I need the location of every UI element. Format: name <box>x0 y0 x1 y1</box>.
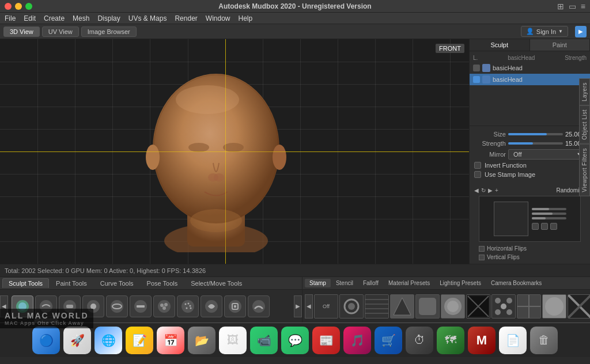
signin-button[interactable]: 👤 Sign In ▼ <box>521 26 568 37</box>
size-slider[interactable] <box>508 133 563 135</box>
stamp-slider-2[interactable] <box>532 213 566 215</box>
dock-notes[interactable]: 📝 <box>126 327 153 354</box>
dock-calendar[interactable]: 📅 <box>157 327 184 354</box>
stamp-thumb-8[interactable] <box>517 294 541 318</box>
maximize-button[interactable] <box>25 3 32 10</box>
stamp-tab-material[interactable]: Material Presets <box>384 279 434 287</box>
stamp-thumb-6[interactable] <box>466 294 490 318</box>
horizontal-flip-checkbox[interactable] <box>479 246 485 252</box>
tab-image-browser[interactable]: Image Browser <box>81 26 137 37</box>
stamp-thumb-4[interactable] <box>415 294 440 318</box>
vertical-tab-viewport-filters[interactable]: Viewport Filters <box>579 144 590 196</box>
menu-item-edit[interactable]: Edit <box>24 14 36 22</box>
mirror-dropdown[interactable]: Off X Y Z <box>508 149 585 160</box>
menu-item-create[interactable]: Create <box>44 14 65 22</box>
menu-item-help[interactable]: Help <box>239 14 253 22</box>
tool-btn-spray[interactable] <box>177 295 199 317</box>
menu-item-file[interactable]: File <box>5 14 16 22</box>
stamp-thumb-5[interactable] <box>441 294 465 318</box>
tab-uv-view[interactable]: UV View <box>42 26 79 37</box>
stamp-ctrl-2[interactable] <box>541 223 548 230</box>
stamp-prev-icon[interactable]: ◀ <box>474 187 479 194</box>
tools-scroll-right[interactable]: ▶ <box>294 295 302 317</box>
layer-visibility-2[interactable] <box>473 76 480 83</box>
tab-sculpt[interactable]: Sculpt <box>470 39 530 51</box>
stamp-thumb-off[interactable]: Off <box>314 294 338 318</box>
dock-facetime[interactable]: 📹 <box>250 327 278 354</box>
menu-item-display[interactable]: Display <box>97 14 120 22</box>
dock-pages[interactable]: 📄 <box>499 327 527 354</box>
camera-icon[interactable]: ▶ <box>575 26 587 37</box>
horizontal-flip-label: Horizontal Flips <box>487 245 527 252</box>
tab-3d-view[interactable]: 3D View <box>3 26 40 37</box>
stamp-tab-falloff[interactable]: Falloff <box>358 279 383 287</box>
menu-item-window[interactable]: Window <box>206 14 230 22</box>
stamp-thumb-2[interactable] <box>365 294 389 318</box>
stamp-tab-camera[interactable]: Camera Bookmarks <box>486 279 546 287</box>
tool-btn-foamy[interactable] <box>153 295 175 317</box>
tool-btn-wax[interactable] <box>248 295 270 317</box>
tool-btn-imprint[interactable] <box>224 295 246 317</box>
vertical-flip-checkbox[interactable] <box>479 255 485 260</box>
dock-messages[interactable]: 💬 <box>281 327 309 354</box>
dock-screentime[interactable]: ⏱ <box>406 327 433 354</box>
dock-photos[interactable]: 🖼 <box>219 327 247 354</box>
stamp-thumb-10[interactable] <box>568 294 590 318</box>
sculpt-tab-curve[interactable]: Curve Tools <box>94 278 140 288</box>
menu-item-mesh[interactable]: Mesh <box>73 14 89 22</box>
close-button[interactable] <box>5 3 12 10</box>
layer-row-2[interactable]: basicHead <box>470 74 590 85</box>
stamp-slider-1[interactable] <box>532 208 566 210</box>
layer-name-2: basicHead <box>493 76 587 83</box>
sculpt-tab-pose[interactable]: Pose Tools <box>141 278 184 288</box>
stamp-plus-icon[interactable]: + <box>495 187 498 194</box>
tool-btn-repeat[interactable] <box>201 295 222 317</box>
mirror-label: Mirror <box>474 151 506 158</box>
invert-checkbox[interactable] <box>474 162 481 169</box>
stamp-scroll-left[interactable]: ◀ <box>305 294 313 318</box>
strength-slider[interactable] <box>508 142 563 145</box>
svg-point-24 <box>160 304 164 307</box>
dock-maps[interactable]: 🗺 <box>437 327 464 354</box>
stamp-ctrl-3[interactable] <box>550 223 557 230</box>
tool-btn-pinch[interactable] <box>106 295 128 317</box>
tool-btn-flatten[interactable] <box>130 295 152 317</box>
vertical-tab-layers[interactable]: Layers <box>579 78 590 105</box>
stamp-thumb-3[interactable] <box>390 294 414 318</box>
sculpt-tab-select[interactable]: Select/Move Tools <box>184 278 248 288</box>
dock-mudbox[interactable]: M <box>468 327 496 354</box>
stamp-thumb-1[interactable] <box>339 294 364 318</box>
invert-control: Invert Function <box>474 162 585 169</box>
stamp-tab-lighting[interactable]: Lighting Presets <box>435 279 486 287</box>
dock-music[interactable]: 🎵 <box>343 327 371 354</box>
tab-paint[interactable]: Paint <box>530 39 591 51</box>
stamp-thumb-9[interactable] <box>542 294 566 318</box>
stamp-tab-stamp[interactable]: Stamp <box>305 279 331 287</box>
viewport-3d[interactable]: FRONT <box>0 39 469 264</box>
svg-rect-41 <box>365 295 388 318</box>
stamp-slider-3[interactable] <box>532 217 566 219</box>
dock-trash[interactable]: 🗑 <box>530 327 558 354</box>
stamp-label: Use Stamp Image <box>485 171 535 178</box>
menu-item-uvs[interactable]: UVs & Maps <box>128 14 167 22</box>
menu-item-render[interactable]: Render <box>175 14 197 22</box>
dock-finder[interactable]: 🔵 <box>32 327 60 354</box>
dock-appstore[interactable]: 🛒 <box>375 327 402 354</box>
sculpt-tab-sculpt[interactable]: Sculpt Tools <box>2 278 49 288</box>
titlebar: Autodesk Mudbox 2020 - Unregistered Vers… <box>0 0 590 13</box>
stamp-thumb-7[interactable] <box>491 294 516 318</box>
sculpt-tab-paint[interactable]: Paint Tools <box>50 278 93 288</box>
dock-files[interactable]: 📂 <box>188 327 215 354</box>
dock-browser[interactable]: 🌐 <box>94 327 122 354</box>
stamp-checkbox[interactable] <box>474 171 481 178</box>
dock-news[interactable]: 📰 <box>312 327 340 354</box>
dock-launchpad[interactable]: 🚀 <box>63 327 91 354</box>
stamp-ctrl-1[interactable] <box>532 223 539 230</box>
layer-visibility-1[interactable] <box>473 65 480 71</box>
stamp-next-icon[interactable]: ▶ <box>488 187 493 194</box>
layer-row-1[interactable]: basicHead <box>470 62 590 74</box>
minimize-button[interactable] <box>15 3 22 10</box>
stamp-tab-stencil[interactable]: Stencil <box>331 279 358 287</box>
stamp-refresh-icon[interactable]: ↻ <box>481 187 486 194</box>
vertical-tab-object-list[interactable]: Object List <box>579 105 590 144</box>
